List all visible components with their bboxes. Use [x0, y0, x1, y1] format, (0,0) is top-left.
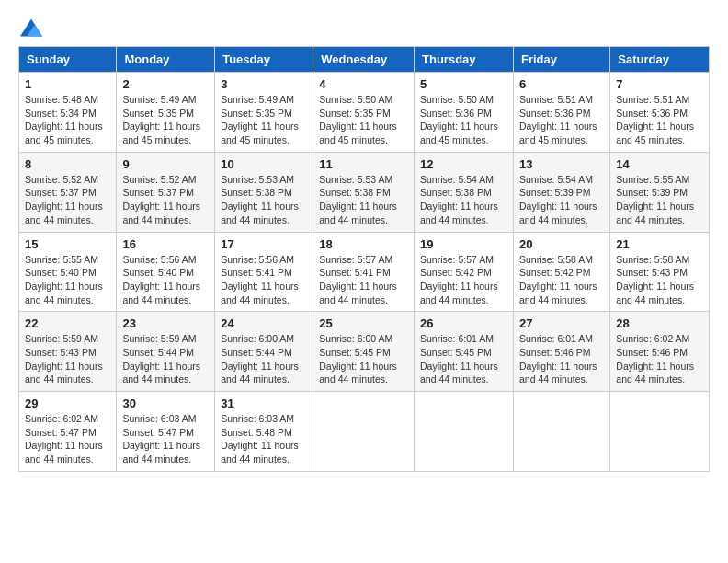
day-info: Sunrise: 5:54 AM Sunset: 5:38 PM Dayligh…: [420, 173, 507, 227]
day-info: Sunrise: 5:59 AM Sunset: 5:43 PM Dayligh…: [25, 332, 110, 386]
day-info: Sunrise: 5:51 AM Sunset: 5:36 PM Dayligh…: [616, 93, 703, 147]
day-number: 19: [420, 237, 507, 251]
day-number: 13: [519, 157, 604, 171]
day-info: Sunrise: 5:56 AM Sunset: 5:40 PM Dayligh…: [122, 253, 209, 307]
day-number: 15: [25, 237, 110, 251]
calendar-cell: 14Sunrise: 5:55 AM Sunset: 5:39 PM Dayli…: [610, 152, 710, 232]
calendar-cell: 8Sunrise: 5:52 AM Sunset: 5:37 PM Daylig…: [19, 152, 117, 232]
calendar-cell: 3Sunrise: 5:49 AM Sunset: 5:35 PM Daylig…: [215, 73, 313, 153]
calendar-cell: 6Sunrise: 5:51 AM Sunset: 5:36 PM Daylig…: [513, 73, 609, 153]
day-number: 6: [519, 77, 604, 91]
day-number: 30: [122, 396, 209, 410]
calendar-cell: 5Sunrise: 5:50 AM Sunset: 5:36 PM Daylig…: [415, 73, 514, 153]
day-number: 28: [616, 316, 703, 330]
calendar-cell: 17Sunrise: 5:56 AM Sunset: 5:41 PM Dayli…: [215, 232, 313, 312]
day-info: Sunrise: 5:52 AM Sunset: 5:37 PM Dayligh…: [122, 173, 209, 227]
calendar-cell: 24Sunrise: 6:00 AM Sunset: 5:44 PM Dayli…: [215, 312, 313, 392]
day-info: Sunrise: 5:57 AM Sunset: 5:42 PM Dayligh…: [420, 253, 507, 307]
day-info: Sunrise: 5:54 AM Sunset: 5:39 PM Dayligh…: [519, 173, 604, 227]
calendar-cell: 30Sunrise: 6:03 AM Sunset: 5:47 PM Dayli…: [117, 392, 215, 472]
day-info: Sunrise: 6:00 AM Sunset: 5:44 PM Dayligh…: [221, 332, 307, 386]
day-info: Sunrise: 5:56 AM Sunset: 5:41 PM Dayligh…: [221, 253, 307, 307]
day-number: 21: [616, 237, 703, 251]
day-number: 24: [221, 316, 307, 330]
calendar-cell: 18Sunrise: 5:57 AM Sunset: 5:41 PM Dayli…: [313, 232, 415, 312]
day-number: 7: [616, 77, 703, 91]
calendar-cell: 10Sunrise: 5:53 AM Sunset: 5:38 PM Dayli…: [215, 152, 313, 232]
day-number: 8: [25, 157, 110, 171]
calendar-cell: [610, 392, 710, 472]
calendar-week-row: 1Sunrise: 5:48 AM Sunset: 5:34 PM Daylig…: [19, 73, 710, 153]
day-info: Sunrise: 5:59 AM Sunset: 5:44 PM Dayligh…: [122, 332, 209, 386]
day-number: 23: [122, 316, 209, 330]
day-of-week-header: Thursday: [415, 47, 514, 73]
calendar-cell: 21Sunrise: 5:58 AM Sunset: 5:43 PM Dayli…: [610, 232, 710, 312]
day-info: Sunrise: 6:03 AM Sunset: 5:48 PM Dayligh…: [221, 412, 307, 466]
day-info: Sunrise: 5:55 AM Sunset: 5:40 PM Dayligh…: [25, 253, 110, 307]
day-number: 1: [25, 77, 110, 91]
calendar-cell: 7Sunrise: 5:51 AM Sunset: 5:36 PM Daylig…: [610, 73, 710, 153]
day-info: Sunrise: 6:03 AM Sunset: 5:47 PM Dayligh…: [122, 412, 209, 466]
calendar-cell: 31Sunrise: 6:03 AM Sunset: 5:48 PM Dayli…: [215, 392, 313, 472]
logo: [18, 18, 42, 37]
day-info: Sunrise: 5:49 AM Sunset: 5:35 PM Dayligh…: [122, 93, 209, 147]
day-info: Sunrise: 5:57 AM Sunset: 5:41 PM Dayligh…: [319, 253, 408, 307]
calendar-cell: [513, 392, 609, 472]
day-info: Sunrise: 6:01 AM Sunset: 5:45 PM Dayligh…: [420, 332, 507, 386]
day-number: 25: [319, 316, 408, 330]
day-of-week-header: Saturday: [610, 47, 710, 73]
day-number: 9: [122, 157, 209, 171]
calendar-cell: 13Sunrise: 5:54 AM Sunset: 5:39 PM Dayli…: [513, 152, 609, 232]
calendar-cell: 2Sunrise: 5:49 AM Sunset: 5:35 PM Daylig…: [117, 73, 215, 153]
day-number: 10: [221, 157, 307, 171]
day-number: 26: [420, 316, 507, 330]
calendar-cell: [313, 392, 415, 472]
day-info: Sunrise: 5:50 AM Sunset: 5:35 PM Dayligh…: [319, 93, 408, 147]
logo-icon: [20, 18, 42, 37]
day-number: 3: [221, 77, 307, 91]
day-of-week-header: Monday: [117, 47, 215, 73]
day-number: 14: [616, 157, 703, 171]
day-info: Sunrise: 5:55 AM Sunset: 5:39 PM Dayligh…: [616, 173, 703, 227]
calendar-cell: 4Sunrise: 5:50 AM Sunset: 5:35 PM Daylig…: [313, 73, 415, 153]
day-of-week-header: Wednesday: [313, 47, 415, 73]
day-number: 17: [221, 237, 307, 251]
day-of-week-header: Sunday: [19, 47, 117, 73]
calendar-cell: 15Sunrise: 5:55 AM Sunset: 5:40 PM Dayli…: [19, 232, 117, 312]
calendar-cell: 1Sunrise: 5:48 AM Sunset: 5:34 PM Daylig…: [19, 73, 117, 153]
calendar-week-row: 29Sunrise: 6:02 AM Sunset: 5:47 PM Dayli…: [19, 392, 710, 472]
calendar-cell: [415, 392, 514, 472]
day-info: Sunrise: 5:53 AM Sunset: 5:38 PM Dayligh…: [319, 173, 408, 227]
day-number: 2: [122, 77, 209, 91]
calendar-cell: 25Sunrise: 6:00 AM Sunset: 5:45 PM Dayli…: [313, 312, 415, 392]
page-header: [18, 18, 710, 37]
day-info: Sunrise: 6:02 AM Sunset: 5:47 PM Dayligh…: [25, 412, 110, 466]
day-number: 31: [221, 396, 307, 410]
calendar-cell: 22Sunrise: 5:59 AM Sunset: 5:43 PM Dayli…: [19, 312, 117, 392]
day-info: Sunrise: 6:01 AM Sunset: 5:46 PM Dayligh…: [519, 332, 604, 386]
day-of-week-header: Tuesday: [215, 47, 313, 73]
day-info: Sunrise: 5:48 AM Sunset: 5:34 PM Dayligh…: [25, 93, 110, 147]
day-info: Sunrise: 6:00 AM Sunset: 5:45 PM Dayligh…: [319, 332, 408, 386]
day-info: Sunrise: 5:51 AM Sunset: 5:36 PM Dayligh…: [519, 93, 604, 147]
calendar-header-row: SundayMondayTuesdayWednesdayThursdayFrid…: [19, 47, 710, 73]
calendar-cell: 12Sunrise: 5:54 AM Sunset: 5:38 PM Dayli…: [415, 152, 514, 232]
calendar-cell: 16Sunrise: 5:56 AM Sunset: 5:40 PM Dayli…: [117, 232, 215, 312]
day-info: Sunrise: 5:58 AM Sunset: 5:43 PM Dayligh…: [616, 253, 703, 307]
calendar-week-row: 22Sunrise: 5:59 AM Sunset: 5:43 PM Dayli…: [19, 312, 710, 392]
calendar-cell: 27Sunrise: 6:01 AM Sunset: 5:46 PM Dayli…: [513, 312, 609, 392]
day-info: Sunrise: 5:58 AM Sunset: 5:42 PM Dayligh…: [519, 253, 604, 307]
calendar-cell: 28Sunrise: 6:02 AM Sunset: 5:46 PM Dayli…: [610, 312, 710, 392]
calendar-cell: 26Sunrise: 6:01 AM Sunset: 5:45 PM Dayli…: [415, 312, 514, 392]
day-info: Sunrise: 5:52 AM Sunset: 5:37 PM Dayligh…: [25, 173, 110, 227]
day-number: 22: [25, 316, 110, 330]
calendar-cell: 20Sunrise: 5:58 AM Sunset: 5:42 PM Dayli…: [513, 232, 609, 312]
calendar-cell: 11Sunrise: 5:53 AM Sunset: 5:38 PM Dayli…: [313, 152, 415, 232]
calendar-cell: 23Sunrise: 5:59 AM Sunset: 5:44 PM Dayli…: [117, 312, 215, 392]
day-info: Sunrise: 5:49 AM Sunset: 5:35 PM Dayligh…: [221, 93, 307, 147]
calendar-table: SundayMondayTuesdayWednesdayThursdayFrid…: [18, 46, 710, 472]
day-of-week-header: Friday: [513, 47, 609, 73]
calendar-week-row: 15Sunrise: 5:55 AM Sunset: 5:40 PM Dayli…: [19, 232, 710, 312]
day-number: 16: [122, 237, 209, 251]
calendar-cell: 19Sunrise: 5:57 AM Sunset: 5:42 PM Dayli…: [415, 232, 514, 312]
